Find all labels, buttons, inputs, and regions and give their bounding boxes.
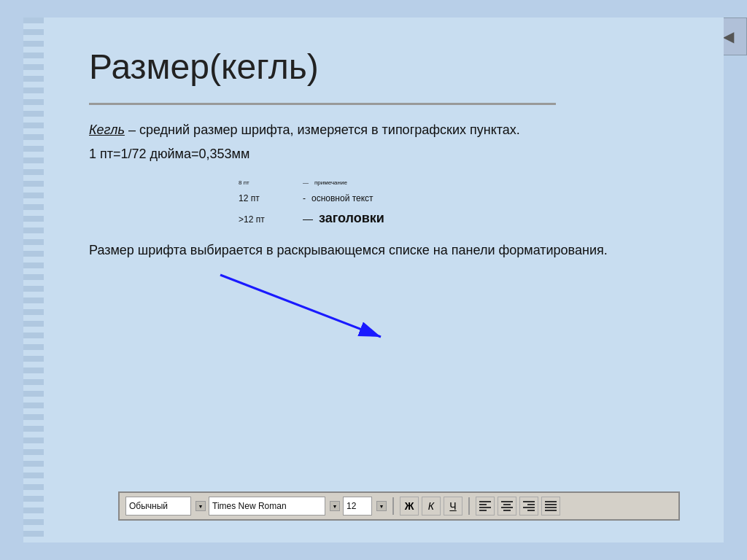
- font-arrow-icon: ▼: [333, 504, 338, 509]
- size-examples: 8 пт — примечание 12 пт - основной текст…: [239, 179, 530, 226]
- style-dropdown-arrow[interactable]: ▼: [196, 501, 206, 511]
- size-12pt-dash: -: [303, 193, 306, 203]
- size-12pt-desc: основной текст: [311, 193, 374, 203]
- align-center-button[interactable]: [498, 497, 516, 516]
- separator-2: [468, 497, 470, 515]
- size-row-8pt: 8 пт — примечание: [239, 179, 530, 186]
- size-gt12pt-dash: —: [303, 213, 313, 225]
- pt-line: 1 пт=1/72 дюйма=0,353мм: [89, 147, 680, 162]
- size-12pt-label: 12 пт: [239, 193, 297, 203]
- definition-section: Кегль – средний размер шрифта, измеряетс…: [89, 120, 680, 162]
- left-decoration: [23, 18, 44, 542]
- font-dropdown-arrow[interactable]: ▼: [330, 501, 340, 511]
- align-center-icon: [501, 501, 513, 511]
- align-left-icon: [479, 501, 491, 511]
- size-8pt-desc: примечание: [314, 179, 347, 186]
- size-8pt-dash: —: [303, 179, 309, 186]
- style-value: Обычный: [129, 501, 187, 511]
- align-right-button[interactable]: [519, 497, 538, 516]
- size-arrow-icon: ▼: [379, 504, 384, 509]
- slide-title: Размер(кегль): [89, 47, 680, 87]
- slide-container: Размер(кегль) Кегль – средний размер шри…: [23, 18, 724, 542]
- size-8pt-label: 8 пт: [239, 179, 297, 186]
- size-select[interactable]: 12: [343, 497, 372, 516]
- font-value: Times New Roman: [212, 501, 322, 511]
- align-left-button[interactable]: [476, 497, 495, 516]
- definition-dash: –: [125, 122, 139, 137]
- back-arrow-icon: ◀: [723, 28, 734, 45]
- italic-label: К: [428, 500, 434, 512]
- separator-1: [392, 497, 394, 515]
- title-underline: [89, 103, 556, 105]
- font-select[interactable]: Times New Roman: [209, 497, 325, 516]
- align-right-icon: [523, 501, 535, 511]
- size-row-gt12pt: >12 пт — заголовки: [239, 211, 530, 226]
- formatting-toolbar: Обычный ▼ Times New Roman ▼ 12 ▼ Ж: [118, 491, 680, 521]
- kegel-word: Кегль: [89, 122, 125, 137]
- pointer-arrow: [206, 268, 410, 348]
- style-select[interactable]: Обычный: [125, 497, 191, 516]
- justify-icon: [545, 501, 557, 511]
- arrow-container: [89, 275, 680, 348]
- size-gt12pt-label: >12 пт: [239, 214, 297, 225]
- bottom-text: Размер шрифта выбирается в раскрывающемс…: [89, 241, 680, 260]
- italic-button[interactable]: К: [422, 497, 441, 516]
- style-arrow-icon: ▼: [198, 504, 204, 509]
- size-gt12pt-desc: заголовки: [319, 211, 384, 226]
- size-row-12pt: 12 пт - основной текст: [239, 193, 530, 203]
- underline-label: Ч: [449, 500, 456, 512]
- svg-line-1: [220, 275, 381, 337]
- definition-paragraph: Кегль – средний размер шрифта, измеряетс…: [89, 120, 680, 141]
- size-dropdown-arrow[interactable]: ▼: [376, 501, 387, 511]
- justify-button[interactable]: [541, 497, 560, 516]
- bold-label: Ж: [405, 500, 414, 512]
- definition-body: средний размер шрифта, измеряется в типо…: [139, 122, 520, 137]
- size-value: 12: [347, 501, 368, 511]
- bold-button[interactable]: Ж: [400, 497, 419, 516]
- underline-button[interactable]: Ч: [444, 497, 462, 516]
